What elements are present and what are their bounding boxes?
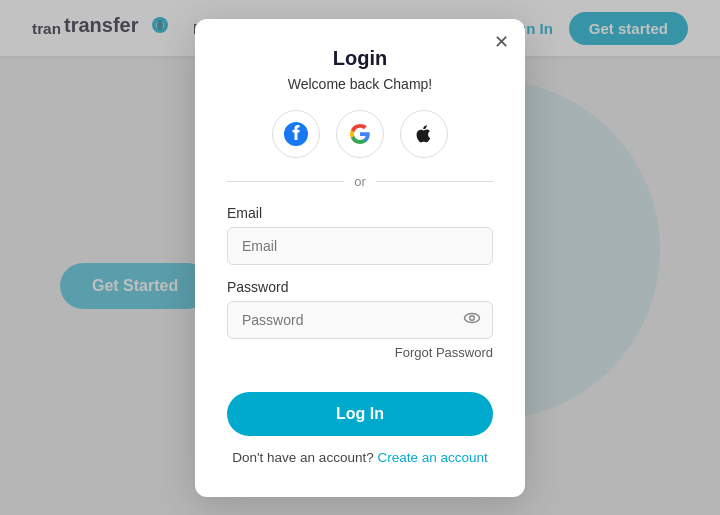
modal-close-button[interactable]: ✕ [494,33,509,51]
facebook-login-button[interactable] [272,110,320,158]
modal-subtitle: Welcome back Champ! [227,76,493,92]
email-input-wrapper [227,227,493,265]
signup-row: Don't have an account? Create an account [227,450,493,465]
no-account-text: Don't have an account? [232,450,373,465]
password-label: Password [227,279,493,295]
apple-icon [412,122,436,146]
create-account-link[interactable]: Create an account [377,450,487,465]
password-form-group: Password Forgot Password [227,279,493,360]
show-password-icon[interactable] [463,309,481,331]
svg-point-10 [465,313,480,322]
email-input[interactable] [227,227,493,265]
password-input[interactable] [227,301,493,339]
divider-line-left [227,181,344,182]
google-icon [348,122,372,146]
divider-text: or [354,174,366,189]
divider: or [227,174,493,189]
modal-title: Login [227,47,493,70]
svg-point-11 [470,315,475,320]
email-form-group: Email [227,205,493,265]
apple-login-button[interactable] [400,110,448,158]
login-button[interactable]: Log In [227,392,493,436]
divider-line-right [376,181,493,182]
forgot-password-link[interactable]: Forgot Password [227,345,493,360]
password-input-wrapper [227,301,493,339]
email-label: Email [227,205,493,221]
facebook-icon [284,122,308,146]
google-login-button[interactable] [336,110,384,158]
login-modal: ✕ Login Welcome back Champ! [195,19,525,497]
modal-wrapper: ✕ Login Welcome back Champ! [0,0,720,515]
social-buttons [227,110,493,158]
